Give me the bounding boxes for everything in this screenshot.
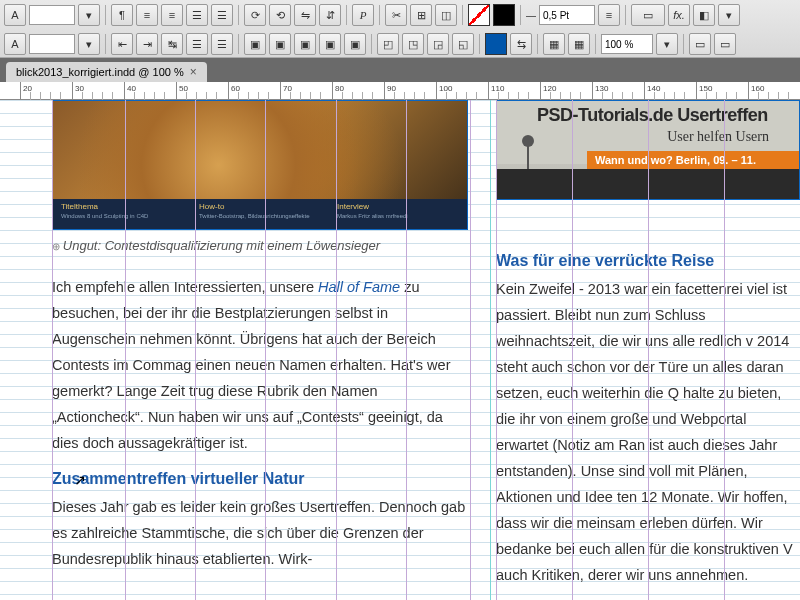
document-tab[interactable]: blick2013_korrigiert.indd @ 100 % ×: [6, 62, 207, 82]
body-paragraph: Ich empfehle allen Interessierten, unser…: [52, 274, 470, 456]
tab-icon[interactable]: ↹: [161, 33, 183, 55]
text-column-left[interactable]: Ich empfehle allen Interessierten, unser…: [52, 274, 470, 572]
corner-icon[interactable]: ◳: [402, 33, 424, 55]
letter-a-icon[interactable]: A: [4, 33, 26, 55]
footer-title: Titelthema: [61, 202, 183, 211]
image-caption[interactable]: Ungut: Contestdisqualifizierung mit eine…: [52, 238, 380, 253]
horizontal-ruler[interactable]: 2030405060708090100110120130140150160: [0, 82, 800, 100]
flip-icon[interactable]: ⇵: [319, 4, 341, 26]
crop-icon[interactable]: ◫: [435, 4, 457, 26]
ad-band: Wann und wo? Berlin, 09. – 11.: [587, 151, 799, 169]
corner-icon[interactable]: ◱: [452, 33, 474, 55]
wrap-icon[interactable]: ▣: [269, 33, 291, 55]
tv-tower-icon: [527, 141, 529, 171]
grid-icon[interactable]: ▦: [543, 33, 565, 55]
align-icon[interactable]: ☰: [186, 33, 208, 55]
scissors-icon[interactable]: ✂: [385, 4, 407, 26]
align-icon[interactable]: ≡: [136, 4, 158, 26]
list-icon[interactable]: ☰: [186, 4, 208, 26]
wrap-icon[interactable]: ▣: [319, 33, 341, 55]
flip-icon[interactable]: ⇋: [294, 4, 316, 26]
fx-icon[interactable]: ▭: [631, 4, 665, 26]
letter-a-icon[interactable]: A: [4, 4, 26, 26]
list-icon[interactable]: ☰: [211, 4, 233, 26]
wrap-icon[interactable]: ▣: [244, 33, 266, 55]
indent-icon[interactable]: ⇥: [136, 33, 158, 55]
fill-swatch[interactable]: [485, 33, 507, 55]
fill-none-swatch[interactable]: [468, 4, 490, 26]
stroke-weight-field[interactable]: [539, 5, 595, 25]
document-tabbar: blick2013_korrigiert.indd @ 100 % ×: [0, 58, 800, 82]
footer-sub: Twitter-Bootstrap, Bildausrichtungseffek…: [199, 213, 310, 219]
font-field[interactable]: [29, 5, 75, 25]
corner-icon[interactable]: ◲: [427, 33, 449, 55]
menu-icon[interactable]: ▾: [718, 4, 740, 26]
page-icon[interactable]: ▭: [689, 33, 711, 55]
lion-footer: TitelthemaWindows 8 und Sculpting in C4D…: [53, 199, 467, 229]
stroke-black-swatch[interactable]: [493, 4, 515, 26]
page-icon[interactable]: ▭: [714, 33, 736, 55]
align-icon[interactable]: ≡: [161, 4, 183, 26]
zoom-field[interactable]: [601, 34, 653, 54]
close-icon[interactable]: ×: [190, 65, 197, 79]
type-p-icon[interactable]: P: [352, 4, 374, 26]
document-canvas[interactable]: TitelthemaWindows 8 und Sculpting in C4D…: [0, 100, 800, 600]
swap-icon[interactable]: ⇆: [510, 33, 532, 55]
stroke-style-icon[interactable]: ≡: [598, 4, 620, 26]
link-hall-of-fame[interactable]: Hall of Fame: [318, 279, 400, 295]
wrap-icon[interactable]: ▣: [344, 33, 366, 55]
footer-sub: Markus Fritz alias mrfreedi: [337, 213, 408, 219]
grid-icon[interactable]: ▦: [568, 33, 590, 55]
corner-icon[interactable]: ◰: [377, 33, 399, 55]
style-field[interactable]: [29, 34, 75, 54]
dropdown-icon[interactable]: ▾: [78, 33, 100, 55]
align-icon[interactable]: ☰: [211, 33, 233, 55]
footer-sub: Windows 8 und Sculpting in C4D: [61, 213, 148, 219]
rotate-icon[interactable]: ⟲: [269, 4, 291, 26]
indent-icon[interactable]: ⇤: [111, 33, 133, 55]
footer-title: How-to: [199, 202, 321, 211]
tab-title: blick2013_korrigiert.indd @ 100 %: [16, 66, 184, 78]
dropdown-icon[interactable]: ▾: [656, 33, 678, 55]
ad-title: PSD-Tutorials.de Usertreffen: [537, 105, 799, 126]
body-paragraph: Dieses Jahr gab es leider kein großes Us…: [52, 494, 470, 572]
dropdown-icon[interactable]: ▾: [78, 4, 100, 26]
paragraph-icon[interactable]: ¶: [111, 4, 133, 26]
footer-title: Interview: [337, 202, 459, 211]
opacity-icon[interactable]: ◧: [693, 4, 715, 26]
toolbar: A ▾ ¶ ≡ ≡ ☰ ☰ ⟳ ⟲ ⇋ ⇵ P ✂ ⊞ ◫ — ≡ ▭ fx. …: [0, 0, 800, 58]
wrap-icon[interactable]: ▣: [294, 33, 316, 55]
ad-subtitle: User helfen Usern: [667, 129, 769, 145]
heading: Zusammentreffen virtueller Natur: [52, 466, 470, 492]
fx-icon[interactable]: fx.: [668, 4, 690, 26]
rotate-icon[interactable]: ⟳: [244, 4, 266, 26]
snap-icon[interactable]: ⊞: [410, 4, 432, 26]
stroke-label: —: [526, 10, 536, 21]
